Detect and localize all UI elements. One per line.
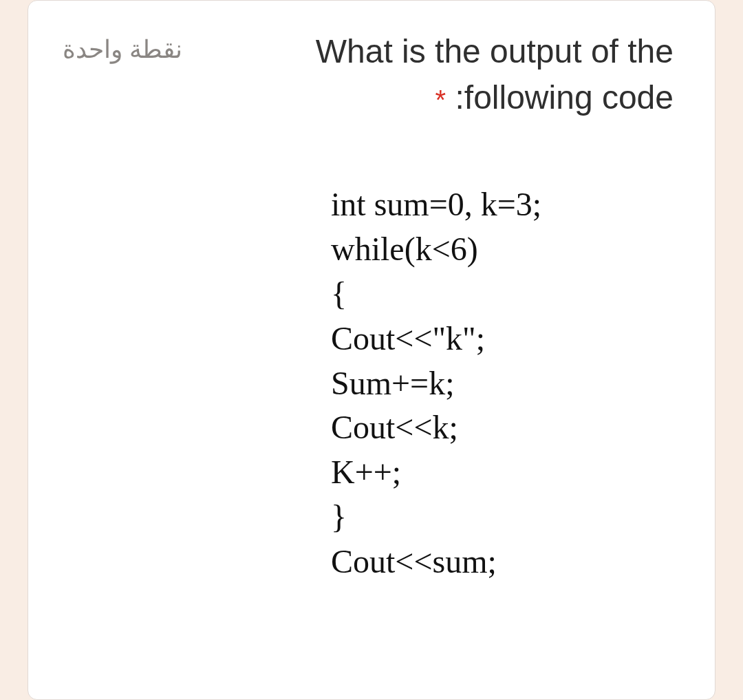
question-header: نقطة واحدة What is the output of the * :… (63, 28, 674, 120)
code-line: } (331, 498, 347, 535)
question-line1: What is the output of the (316, 33, 674, 70)
code-line: { (331, 275, 347, 312)
code-line: Cout<<k; (331, 409, 458, 445)
code-line: K++; (331, 454, 401, 490)
points-label: نقطة واحدة (63, 28, 182, 64)
code-line: Sum+=k; (331, 365, 455, 401)
question-text: What is the output of the * :following c… (203, 28, 674, 120)
code-line: Cout<<sum; (331, 543, 497, 580)
code-snippet: int sum=0, k=3; while(k<6) { Cout<<"k"; … (331, 182, 674, 584)
code-line: Cout<<"k"; (331, 320, 485, 357)
code-line: int sum=0, k=3; (331, 186, 541, 222)
question-card: نقطة واحدة What is the output of the * :… (28, 0, 715, 700)
question-line2: :following code (446, 79, 674, 116)
code-line: while(k<6) (331, 231, 478, 267)
required-asterisk: * (435, 85, 446, 116)
